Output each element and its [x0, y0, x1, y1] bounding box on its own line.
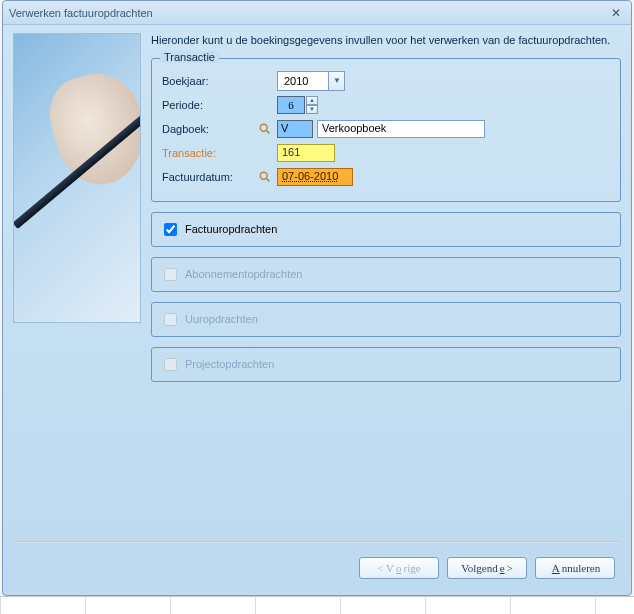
- dialog-body: Hieronder kunt u de boekingsgegevens inv…: [3, 25, 631, 547]
- option-abonnementopdrachten: Abonnementopdrachten: [151, 257, 621, 292]
- lookup-icon[interactable]: [257, 169, 273, 185]
- window-title: Verwerken factuuropdrachten: [9, 7, 607, 19]
- close-icon[interactable]: ✕: [607, 5, 625, 21]
- row-boekjaar: Boekjaar: 2010 ▼: [162, 69, 610, 93]
- checkbox-uuropdrachten: [164, 313, 177, 326]
- label-periode: Periode:: [162, 99, 257, 111]
- row-dagboek: Dagboek: V Verkoopboek: [162, 117, 610, 141]
- vorige-button: < Vorige: [359, 557, 439, 579]
- boekjaar-value: 2010: [278, 75, 328, 87]
- content-area: Hieronder kunt u de boekingsgegevens inv…: [151, 33, 621, 537]
- dagboek-code-input[interactable]: V: [277, 120, 313, 138]
- instruction-text: Hieronder kunt u de boekingsgegevens inv…: [151, 33, 621, 48]
- option-projectopdrachten: Projectopdrachten: [151, 347, 621, 382]
- boekjaar-combo[interactable]: 2010 ▼: [277, 71, 345, 91]
- option-label: Factuuropdrachten: [185, 223, 277, 235]
- label-transactie: Transactie:: [162, 147, 257, 159]
- option-label: Uuropdrachten: [185, 313, 258, 325]
- fieldset-transactie: Transactie Boekjaar: 2010 ▼ Periode:: [151, 58, 621, 202]
- option-factuuropdrachten[interactable]: Factuuropdrachten: [151, 212, 621, 247]
- titlebar[interactable]: Verwerken factuuropdrachten ✕: [3, 1, 631, 25]
- lookup-icon[interactable]: [257, 121, 273, 137]
- dialog-footer: < Vorige Volgende > Annuleren: [3, 547, 631, 595]
- svg-point-0: [260, 124, 267, 131]
- svg-line-3: [266, 178, 269, 181]
- transactie-value: 161: [277, 144, 335, 162]
- label-dagboek: Dagboek:: [162, 123, 257, 135]
- dialog-verwerken-factuuropdrachten: Verwerken factuuropdrachten ✕ Hieronder …: [2, 0, 632, 596]
- periode-spinner[interactable]: ▲ ▼: [277, 96, 318, 114]
- footer-separator: [15, 541, 619, 543]
- spinner-down-icon[interactable]: ▼: [306, 105, 318, 114]
- annuleren-button[interactable]: Annuleren: [535, 557, 615, 579]
- checkbox-factuuropdrachten[interactable]: [164, 223, 177, 236]
- background-grid: [0, 596, 634, 614]
- periode-input[interactable]: [277, 96, 305, 114]
- row-factuurdatum: Factuurdatum: 07-06-2010: [162, 165, 610, 189]
- checkbox-abonnementopdrachten: [164, 268, 177, 281]
- row-periode: Periode: ▲ ▼: [162, 93, 610, 117]
- option-label: Abonnementopdrachten: [185, 268, 302, 280]
- option-label: Projectopdrachten: [185, 358, 274, 370]
- volgende-button[interactable]: Volgende >: [447, 557, 527, 579]
- label-factuurdatum: Factuurdatum:: [162, 171, 257, 183]
- svg-line-1: [266, 130, 269, 133]
- spinner-up-icon[interactable]: ▲: [306, 96, 318, 105]
- factuurdatum-input[interactable]: 07-06-2010: [277, 168, 353, 186]
- wizard-image: [13, 33, 141, 323]
- svg-point-2: [260, 172, 267, 179]
- label-boekjaar: Boekjaar:: [162, 75, 257, 87]
- checkbox-projectopdrachten: [164, 358, 177, 371]
- fieldset-legend: Transactie: [160, 51, 219, 63]
- row-transactie: Transactie: 161: [162, 141, 610, 165]
- dagboek-name-input[interactable]: Verkoopboek: [317, 120, 485, 138]
- chevron-down-icon[interactable]: ▼: [328, 72, 344, 90]
- option-uuropdrachten: Uuropdrachten: [151, 302, 621, 337]
